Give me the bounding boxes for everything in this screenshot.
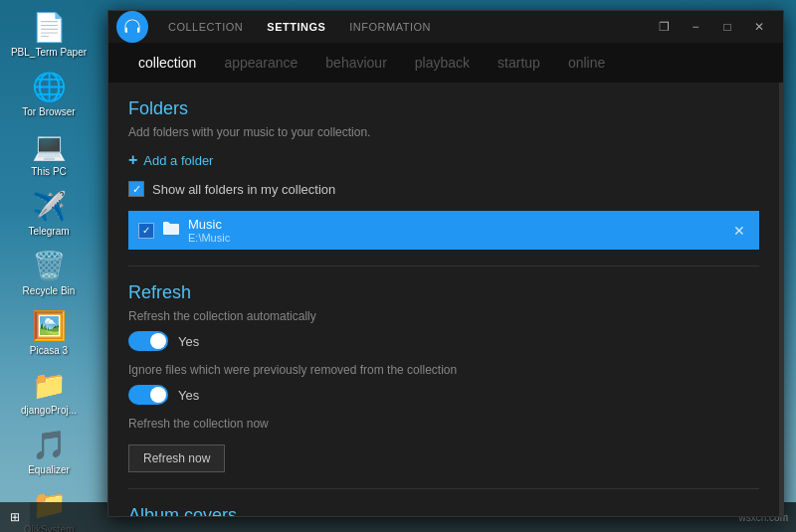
subnav-playback[interactable]: playback bbox=[401, 47, 484, 79]
divider-2 bbox=[128, 488, 759, 489]
pc-icon: 💻 bbox=[31, 128, 67, 164]
start-button[interactable]: ⊞ bbox=[0, 502, 30, 532]
title-bar-controls: ❐ − □ ✕ bbox=[648, 11, 775, 43]
eq-icon: 🎵 bbox=[31, 427, 67, 462]
desktop-icon-eq[interactable]: 🎵 Equalizer bbox=[5, 423, 93, 480]
restore-button[interactable]: ❐ bbox=[648, 11, 680, 43]
folder-close-button[interactable]: ✕ bbox=[729, 221, 749, 241]
subnav-appearance[interactable]: appearance bbox=[210, 47, 311, 79]
title-bar: COLLECTION SETTINGS INFORMATION ❐ − □ ✕ bbox=[108, 11, 783, 43]
auto-refresh-toggle[interactable] bbox=[128, 331, 168, 351]
ignore-toggle-row: Yes bbox=[128, 385, 759, 405]
minimize-button[interactable]: − bbox=[680, 11, 711, 43]
album-covers-title: Album covers bbox=[128, 505, 759, 516]
tor-label: Tor Browser bbox=[22, 106, 75, 118]
telegram-label: Telegram bbox=[28, 226, 69, 238]
subnav-online[interactable]: online bbox=[554, 47, 619, 79]
title-bar-nav: COLLECTION SETTINGS INFORMATION bbox=[148, 13, 648, 41]
headphones-icon bbox=[122, 17, 142, 37]
auto-refresh-value: Yes bbox=[178, 334, 199, 349]
auto-refresh-toggle-row: Yes bbox=[128, 331, 759, 351]
ignore-value: Yes bbox=[178, 388, 199, 403]
tab-settings[interactable]: SETTINGS bbox=[255, 13, 337, 41]
subnav-behaviour[interactable]: behaviour bbox=[311, 47, 401, 79]
desktop: 📄 PBL_Term Paper 🌐 Tor Browser 💻 This PC… bbox=[0, 0, 796, 532]
toggle-knob bbox=[150, 333, 166, 349]
recycle-label: Recycle Bin bbox=[23, 285, 76, 297]
subnav-startup[interactable]: startup bbox=[484, 47, 554, 79]
show-all-label: Show all folders in my collection bbox=[152, 182, 335, 197]
tor-icon: 🌐 bbox=[31, 69, 67, 104]
nav-tabs: COLLECTION SETTINGS INFORMATION bbox=[156, 13, 443, 41]
maximize-button[interactable]: □ bbox=[711, 11, 743, 43]
refresh-now-button[interactable]: Refresh now bbox=[128, 444, 225, 472]
desktop-icon-django[interactable]: 📁 djangoProj... bbox=[5, 363, 93, 421]
ignore-label: Ignore files which were previously remov… bbox=[128, 363, 759, 377]
folder-checkbox[interactable]: ✓ bbox=[138, 223, 154, 239]
folder-path: E:\Music bbox=[188, 232, 721, 244]
folder-info: Music E:\Music bbox=[188, 217, 721, 244]
auto-refresh-label: Refresh the collection automatically bbox=[128, 309, 759, 323]
checkbox-check-icon: ✓ bbox=[132, 183, 141, 196]
add-folder-label: Add a folder bbox=[143, 153, 213, 168]
show-all-row: ✓ Show all folders in my collection bbox=[128, 181, 759, 197]
telegram-icon: ✈️ bbox=[31, 188, 67, 224]
django-label: djangoProj... bbox=[21, 405, 77, 417]
pc-label: This PC bbox=[31, 166, 67, 178]
ignore-toggle[interactable] bbox=[128, 385, 168, 405]
subnav-collection[interactable]: collection bbox=[124, 47, 210, 79]
tab-information[interactable]: INFORMATION bbox=[337, 13, 443, 41]
desktop-icon-pbl[interactable]: 📄 PBL_Term Paper bbox=[5, 5, 93, 63]
show-all-checkbox[interactable]: ✓ bbox=[128, 181, 144, 197]
tab-collection[interactable]: COLLECTION bbox=[156, 13, 255, 41]
close-button[interactable]: ✕ bbox=[743, 11, 775, 43]
eq-label: Equalizer bbox=[28, 464, 70, 476]
folder-name: Music bbox=[188, 217, 721, 232]
desktop-icon-picasa[interactable]: 🖼️ Picasa 3 bbox=[5, 303, 93, 361]
content-area: Folders Add folders with your music to y… bbox=[108, 83, 783, 516]
folder-item-music[interactable]: ✓ Music E:\Music ✕ bbox=[128, 211, 759, 250]
sub-nav: collection appearance behaviour playback… bbox=[108, 43, 783, 83]
folders-desc: Add folders with your music to your coll… bbox=[128, 125, 759, 139]
divider-1 bbox=[128, 266, 759, 266]
app-logo bbox=[116, 11, 148, 43]
app-window: COLLECTION SETTINGS INFORMATION ❐ − □ ✕ … bbox=[107, 10, 784, 517]
desktop-icon-pc[interactable]: 💻 This PC bbox=[5, 124, 93, 182]
pbl-icon: 📄 bbox=[31, 9, 67, 45]
ignore-toggle-knob bbox=[150, 387, 166, 403]
pbl-label: PBL_Term Paper bbox=[11, 47, 87, 59]
folders-title: Folders bbox=[128, 98, 759, 119]
refresh-now-label: Refresh the collection now bbox=[128, 417, 759, 431]
desktop-icon-recycle[interactable]: 🗑️ Recycle Bin bbox=[5, 244, 93, 301]
add-folder-button[interactable]: + Add a folder bbox=[128, 151, 759, 169]
plus-icon: + bbox=[128, 151, 137, 169]
desktop-icon-tor[interactable]: 🌐 Tor Browser bbox=[5, 65, 93, 122]
desktop-icons-area: 📄 PBL_Term Paper 🌐 Tor Browser 💻 This PC… bbox=[0, 0, 100, 532]
refresh-title: Refresh bbox=[128, 282, 759, 303]
picasa-icon: 🖼️ bbox=[31, 307, 67, 343]
folder-icon bbox=[162, 221, 180, 241]
folder-check-icon: ✓ bbox=[142, 225, 150, 236]
recycle-icon: 🗑️ bbox=[31, 248, 67, 283]
desktop-icon-telegram[interactable]: ✈️ Telegram bbox=[5, 184, 93, 242]
django-icon: 📁 bbox=[31, 367, 67, 403]
picasa-label: Picasa 3 bbox=[30, 345, 68, 357]
